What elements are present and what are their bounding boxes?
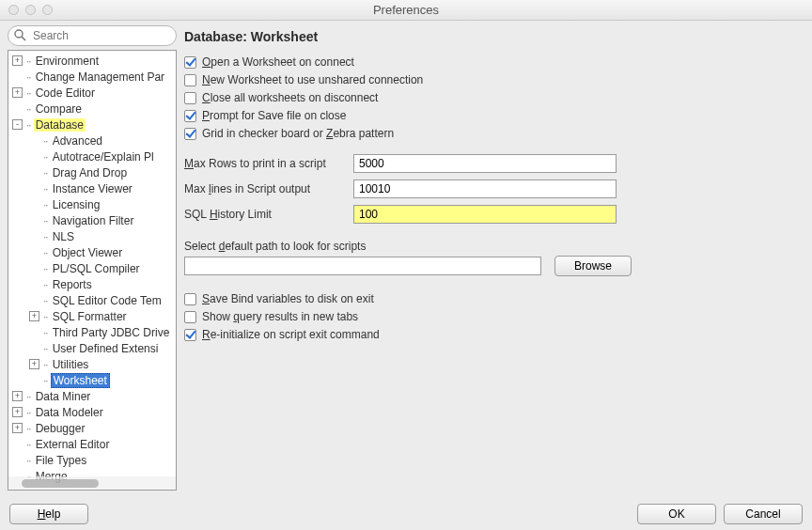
show-query-checkbox[interactable] — [184, 311, 196, 323]
tree-item[interactable]: +··PL/SQL Compiler — [8, 260, 176, 276]
cancel-button[interactable]: Cancel — [724, 504, 803, 524]
tree-connector: ·· — [43, 342, 48, 355]
scrollbar-thumb[interactable] — [22, 479, 99, 488]
tree-connector: ·· — [26, 438, 31, 451]
tree-connector: ·· — [43, 358, 48, 371]
save-bind-row[interactable]: Save Bind variables to disk on exit — [184, 292, 804, 305]
tree-connector: ·· — [43, 230, 48, 243]
tree-item[interactable]: +··Third Party JDBC Drive — [8, 324, 176, 340]
preferences-tree: +··Environment+··Change Management Par+·… — [8, 50, 177, 491]
tree-item-label: File Types — [34, 454, 88, 467]
tree-item-label: Change Management Par — [34, 70, 166, 84]
close-worksheets-row[interactable]: Close all worksheets on disconnect — [184, 91, 804, 104]
max-rows-input[interactable] — [353, 154, 617, 173]
horizontal-scrollbar[interactable] — [8, 476, 176, 490]
tree-item[interactable]: +··Advanced — [8, 132, 176, 148]
tree-item[interactable]: +··Autotrace/Explain Pl — [8, 148, 176, 164]
show-query-row[interactable]: Show query results in new tabs — [184, 310, 804, 323]
expand-icon[interactable]: + — [29, 359, 39, 369]
tree-connector: ·· — [43, 214, 48, 227]
tree-item[interactable]: +··NLS — [8, 228, 176, 244]
tree-item[interactable]: +··SQL Formatter — [8, 308, 176, 324]
tree-item[interactable]: +··Debugger — [8, 420, 176, 436]
reinit-checkbox[interactable] — [184, 329, 196, 341]
sidebar: +··Environment+··Change Management Par+·… — [8, 25, 177, 491]
show-query-label: Show query results in new tabs — [202, 310, 358, 323]
tree-item[interactable]: +··Drag And Drop — [8, 164, 176, 180]
tree-item-label: Reports — [51, 278, 94, 291]
collapse-icon[interactable]: - — [12, 119, 23, 130]
grid-zebra-row[interactable]: Grid in checker board or Zebra pattern — [184, 127, 804, 140]
tree-connector: ·· — [43, 134, 48, 148]
prompt-save-label: Prompt for Save file on close — [202, 109, 346, 122]
close-worksheets-label: Close all worksheets on disconnect — [202, 91, 378, 104]
tree-item[interactable]: +··Object Viewer — [8, 244, 176, 260]
svg-line-1 — [22, 37, 25, 40]
panel-heading: Database: Worksheet — [184, 29, 804, 44]
expand-icon[interactable]: + — [29, 311, 39, 321]
prompt-save-checkbox[interactable] — [184, 110, 196, 122]
tree-item[interactable]: +··SQL Editor Code Tem — [8, 292, 176, 308]
max-lines-input[interactable] — [353, 179, 617, 198]
window-title: Preferences — [0, 3, 812, 17]
save-bind-checkbox[interactable] — [184, 293, 196, 305]
search-input[interactable] — [8, 25, 177, 46]
expand-icon[interactable]: + — [12, 87, 23, 98]
tree-connector: ·· — [43, 278, 48, 291]
open-worksheet-label: Open a Worksheet on connect — [202, 55, 354, 69]
max-rows-row: Max Rows to print in a script — [184, 154, 804, 173]
tree-item[interactable]: +··Utilities — [8, 356, 176, 372]
tree-item[interactable]: +··Data Miner — [8, 388, 176, 404]
tree-item[interactable]: -··Database — [8, 117, 176, 132]
history-limit-row: SQL History Limit — [184, 205, 804, 224]
tree-item[interactable]: +··File Types — [8, 452, 176, 468]
new-worksheet-label: New Worksheet to use unshared connection — [202, 73, 423, 86]
help-button[interactable]: Help — [9, 504, 88, 524]
expand-icon[interactable]: + — [12, 423, 23, 433]
new-worksheet-row[interactable]: New Worksheet to use unshared connection — [184, 73, 804, 86]
tree-item[interactable]: +··External Editor — [8, 436, 176, 452]
tree-item[interactable]: +··Data Modeler — [8, 404, 176, 420]
open-worksheet-checkbox[interactable] — [184, 56, 196, 69]
reinit-label: Re-initialize on script exit command — [202, 328, 380, 341]
ok-button[interactable]: OK — [637, 504, 716, 524]
svg-point-0 — [15, 30, 23, 38]
tree-connector: ·· — [43, 166, 48, 179]
history-limit-input[interactable] — [353, 205, 617, 224]
expand-icon[interactable]: + — [12, 407, 23, 417]
scripts-path-label-row: Select default path to look for scripts — [184, 240, 804, 253]
tree-item[interactable]: +··Navigation Filter — [8, 212, 176, 228]
grid-zebra-checkbox[interactable] — [184, 128, 196, 140]
reinit-row[interactable]: Re-initialize on script exit command — [184, 328, 804, 341]
expand-icon[interactable]: + — [12, 55, 23, 66]
open-worksheet-row[interactable]: Open a Worksheet on connect — [184, 55, 804, 69]
tree-item-label: Licensing — [51, 198, 102, 211]
new-worksheet-checkbox[interactable] — [184, 74, 196, 86]
tree-item[interactable]: +··Licensing — [8, 196, 176, 212]
browse-button[interactable]: Browse — [554, 256, 632, 276]
tree-item[interactable]: +··Reports — [8, 276, 176, 292]
expand-icon[interactable]: + — [12, 391, 23, 401]
max-lines-label: Max lines in Script output — [184, 182, 353, 195]
tree-item[interactable]: +··Change Management Par — [8, 69, 176, 85]
tree-item[interactable]: +··Environment — [8, 53, 176, 69]
tree-item[interactable]: +··User Defined Extensi — [8, 340, 176, 356]
tree-item-label: Data Modeler — [34, 406, 105, 419]
tree-item-label: Third Party JDBC Drive — [51, 326, 172, 339]
tree-connector: ·· — [43, 326, 48, 339]
scripts-path-input[interactable] — [184, 257, 541, 275]
close-worksheets-checkbox[interactable] — [184, 92, 196, 104]
tree-item[interactable]: +··Instance Viewer — [8, 180, 176, 196]
tree-item[interactable]: +··Code Editor — [8, 85, 176, 101]
tree-item-label: Object Viewer — [51, 246, 124, 259]
tree-item-label: Database — [34, 118, 86, 132]
tree-item[interactable]: +··Worksheet — [8, 372, 176, 388]
tree-item[interactable]: +··Compare — [8, 101, 176, 117]
tree-item-label: SQL Formatter — [51, 310, 129, 323]
tree-item-label: Debugger — [34, 422, 87, 435]
prompt-save-row[interactable]: Prompt for Save file on close — [184, 109, 804, 122]
tree-connector: ·· — [43, 262, 48, 275]
titlebar: Preferences — [0, 0, 812, 21]
tree-item-label: Worksheet — [51, 373, 110, 388]
tree-connector: ·· — [26, 454, 31, 467]
